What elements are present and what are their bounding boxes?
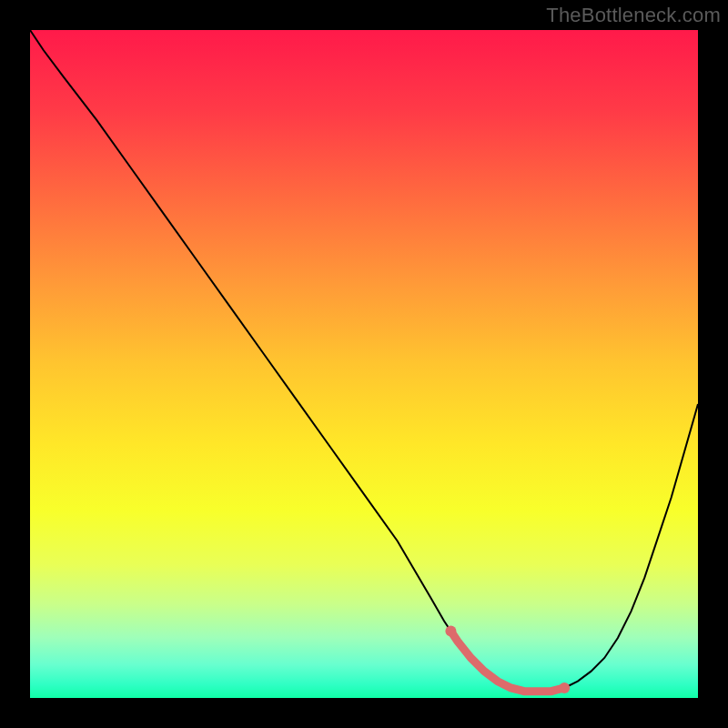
highlight-dot-right <box>559 682 570 693</box>
bottleneck-curve <box>30 30 698 692</box>
highlight-segment <box>450 632 564 692</box>
plot-area <box>30 30 698 698</box>
curve-svg <box>30 30 698 698</box>
watermark-label: TheBottleneck.com <box>546 4 721 27</box>
